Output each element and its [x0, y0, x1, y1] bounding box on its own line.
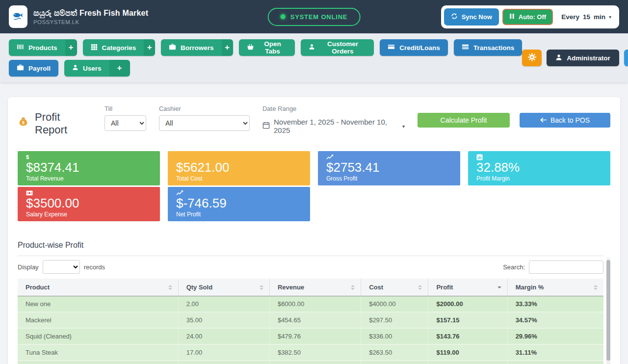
cell-margin: 34.57% — [507, 312, 603, 328]
column-header-product[interactable]: Product — [18, 279, 178, 296]
trend-icon — [326, 154, 452, 160]
till-filter: Till All — [105, 105, 146, 136]
table-controls: Display records Search: — [18, 256, 603, 279]
add-category-button[interactable]: + — [144, 39, 155, 56]
stat-label: Total Revenue — [26, 175, 152, 182]
till-select[interactable]: All — [105, 115, 146, 131]
nav-transactions-button[interactable]: Transactions — [454, 39, 522, 56]
stat-label: Total Cost — [176, 175, 302, 182]
table-row: Tuna Steak 17.00 $382.50 $263.50 $119.00… — [18, 344, 603, 361]
barcode-icon — [17, 43, 24, 52]
sync-now-button[interactable]: Sync Now — [444, 8, 499, 26]
cell-revenue: $454.65 — [269, 312, 361, 328]
app-title: සයුරු සම්පත් Fresh Fish Market — [33, 9, 148, 18]
add-user-button[interactable]: + — [109, 60, 130, 77]
profit-report-card: $ Profit Report Till All Cashier All Dat… — [8, 97, 620, 364]
cell-qty: 9.00 — [178, 361, 269, 364]
column-header-margin[interactable]: Margin % — [507, 279, 603, 296]
stat-profit-margin: 32.88% Profit Margin — [468, 151, 610, 185]
column-header-cost[interactable]: Cost — [361, 279, 428, 296]
fish-icon — [12, 9, 25, 24]
report-header: $ Profit Report Till All Cashier All Dat… — [18, 105, 610, 136]
stat-label: Gross Profit — [326, 175, 452, 182]
cell-cost: $162.00 — [361, 361, 428, 364]
bar-chart-icon — [476, 154, 602, 160]
sync-controls: Sync Now Auto: Off Every 15 min ▾ — [441, 5, 619, 28]
records-per-page-select[interactable] — [43, 260, 80, 274]
pause-icon — [509, 13, 515, 21]
nav-open-tabs-button[interactable]: Open Tabs — [239, 39, 295, 56]
cell-margin: 29.96% — [507, 328, 603, 344]
table-row: Mackerel 35.00 $454.65 $297.50 $157.15 3… — [18, 312, 603, 328]
user-icon — [555, 54, 562, 62]
app-subtitle: POSSYSTEM.LK — [33, 19, 148, 25]
cashier-label: Cashier — [159, 105, 250, 112]
nav-customer-orders-button[interactable]: Customer Orders — [301, 39, 374, 56]
page-title: $ Profit Report — [18, 105, 92, 136]
cell-revenue: $479.76 — [269, 328, 361, 344]
stat-total-revenue: $ $8374.41 Total Revenue — [18, 151, 160, 185]
basket-icon — [247, 43, 254, 52]
column-header-profit[interactable]: Profit — [428, 279, 507, 296]
column-header-qty-sold[interactable]: Qty Sold — [178, 279, 269, 296]
cell-profit: $2000.00 — [428, 296, 507, 312]
column-header-revenue[interactable]: Revenue — [269, 279, 361, 296]
money-bill-icon — [26, 189, 152, 196]
stat-value: $8374.41 — [26, 160, 152, 175]
nav-products: Products + — [9, 39, 77, 56]
table-row: New one 2.00 $6000.00 $4000.00 $2000.00 … — [18, 296, 603, 312]
cell-qty: 24.00 — [178, 328, 269, 344]
cell-cost: $263.50 — [361, 344, 428, 361]
sync-interval-select[interactable]: Every 15 min ▾ — [556, 13, 616, 21]
nav-users-button[interactable]: Users — [64, 60, 109, 77]
cell-qty: 17.00 — [178, 344, 269, 361]
date-range-picker[interactable]: November 1, 2025 - November 10, 2025 ▾ — [262, 115, 405, 134]
cell-profit: $143.76 — [428, 328, 507, 344]
table-search-input[interactable] — [529, 260, 603, 274]
stat-label: Profit Margin — [476, 175, 602, 182]
calendar-icon — [262, 122, 270, 130]
table-header-row: Product Qty Sold Revenue Cost Profit Mar… — [18, 279, 603, 296]
list-icon — [462, 43, 469, 52]
table-row: Salmon Fillet 9.00 $233.91 $162.00 $71.9… — [18, 361, 603, 364]
add-product-button[interactable]: + — [65, 39, 77, 56]
cell-revenue: $6000.00 — [269, 296, 361, 312]
app-logo[interactable] — [9, 5, 27, 28]
cell-profit: $71.91 — [428, 361, 507, 364]
nav-borrowers-button[interactable]: Borrowers — [161, 39, 222, 56]
table-scrollbar[interactable] — [606, 258, 610, 364]
svg-text:$: $ — [22, 120, 25, 125]
cell-cost: $4000.00 — [361, 296, 428, 312]
admin-user-button[interactable]: Administrator — [547, 50, 619, 66]
logout-button[interactable] — [624, 50, 628, 66]
stat-label: Salary Expense — [26, 211, 152, 218]
date-range-label: Date Range — [262, 105, 405, 112]
calculate-profit-button[interactable]: Calculate Profit — [418, 113, 510, 128]
main-toolbar: Products + Categories + Borrowers + — [0, 33, 628, 82]
cashier-select[interactable]: All — [159, 115, 250, 131]
stat-net-profit: $-746.59 Net Profit — [168, 187, 310, 221]
search-label: Search: — [503, 263, 525, 271]
cell-product: Squid (Cleaned) — [18, 328, 178, 344]
settings-button[interactable] — [522, 50, 542, 66]
sort-icon — [594, 285, 598, 290]
cell-profit: $157.15 — [428, 312, 507, 328]
nav-products-button[interactable]: Products — [9, 39, 65, 56]
sort-icon — [260, 285, 263, 290]
records-per-page-control: Display records — [18, 260, 105, 274]
scrollbar-thumb[interactable] — [606, 260, 610, 361]
nav-payroll-button[interactable]: Payroll — [9, 60, 58, 77]
user-icon — [72, 64, 78, 72]
nav-credit-loans-button[interactable]: Credit/Loans — [380, 39, 448, 56]
cell-product: Tuna Steak — [18, 344, 178, 361]
add-borrower-button[interactable]: + — [222, 39, 233, 56]
auto-sync-toggle[interactable]: Auto: Off — [502, 9, 553, 25]
table-row: Squid (Cleaned) 24.00 $479.76 $336.00 $1… — [18, 328, 603, 344]
stat-label: Net Profit — [176, 211, 302, 218]
back-to-pos-button[interactable]: Back to POS — [520, 113, 610, 128]
sync-icon — [451, 13, 458, 21]
stats-grid: $ $8374.41 Total Revenue $5621.00 Total … — [18, 151, 610, 221]
cell-cost: $297.50 — [361, 312, 428, 328]
cell-revenue: $382.50 — [269, 344, 361, 361]
nav-categories-button[interactable]: Categories — [83, 39, 144, 56]
